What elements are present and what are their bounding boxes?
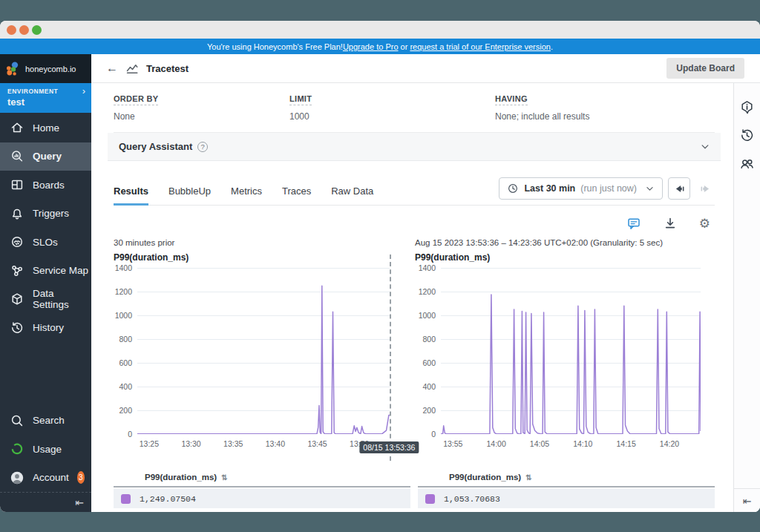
charts-section: 30 minutes prior P99(duration_ms) 140012… <box>114 238 715 449</box>
line-chart-icon <box>125 61 140 76</box>
sidebar-item-usage[interactable]: Usage <box>0 435 91 464</box>
honeycomb-logo[interactable]: honeycomb.io <box>0 54 91 83</box>
tab-bubbleup[interactable]: BubbleUp <box>168 185 211 206</box>
y-tick-label: 1400 <box>115 263 132 272</box>
previous-query-button[interactable] <box>668 177 690 200</box>
info-icon[interactable] <box>739 99 755 115</box>
sidebar-item-label: SLOs <box>33 237 58 248</box>
triggers-icon <box>10 206 24 221</box>
sidebar-item-label: Triggers <box>33 208 69 219</box>
collapse-panel-icon[interactable]: ⇤ <box>743 495 752 507</box>
gear-icon[interactable]: ⚙ <box>699 217 710 230</box>
app-window: You're using Honeycomb's Free Plan! Upgr… <box>0 21 760 512</box>
sidebar-item-slos[interactable]: SLOs <box>0 228 91 257</box>
chart-plot-area[interactable] <box>137 268 390 434</box>
table-column-header[interactable]: P99(duration_ms)⇅ <box>418 473 715 487</box>
sidebar-item-home[interactable]: Home <box>0 114 91 142</box>
time-range-dropdown[interactable]: Last 30 min (run just now) <box>499 177 663 200</box>
query-clause-order-by: ORDER BYNone <box>114 91 289 122</box>
sidebar-item-label: Usage <box>33 444 62 455</box>
y-tick-label: 800 <box>422 335 436 344</box>
x-axis-labels: 13:5514:0014:0514:1014:1514:20 <box>441 434 701 449</box>
sidebar-item-label: History <box>33 322 64 333</box>
x-tick-label: 13:45 <box>307 439 327 448</box>
chart-previous-period: 30 minutes prior P99(duration_ms) 140012… <box>114 238 390 449</box>
chart-subtitle: Aug 15 2023 13:53:36 – 14:23:36 UTC+02:0… <box>415 238 701 252</box>
y-tick-label: 0 <box>431 430 436 439</box>
result-summary-table: P99(duration_ms)⇅1,053.70683 <box>418 473 715 508</box>
download-icon[interactable] <box>663 216 678 231</box>
right-rail-footer: ⇤ <box>734 488 760 512</box>
time-range-label: Last 30 min <box>524 183 575 194</box>
team-icon[interactable] <box>739 156 755 171</box>
history-icon <box>10 321 24 335</box>
clause-label[interactable]: HAVING <box>495 94 528 105</box>
result-summary-table: P99(duration_ms)⇅1,249.07504 <box>114 473 410 508</box>
next-query-button <box>695 177 715 200</box>
table-row[interactable]: 1,053.70683 <box>418 489 715 508</box>
table-column-header[interactable]: P99(duration_ms)⇅ <box>114 473 410 487</box>
table-row[interactable]: 1,249.07504 <box>114 489 410 508</box>
clause-value: None; include all results <box>495 111 715 122</box>
update-board-button[interactable]: Update Board <box>666 58 744 79</box>
sidebar-item-label: Boards <box>33 180 65 191</box>
board-header: ← Tracetest Update Board <box>91 54 760 83</box>
tab-raw-data[interactable]: Raw Data <box>331 185 373 206</box>
window-zoom-button[interactable] <box>32 25 42 35</box>
summary-tables: P99(duration_ms)⇅1,249.07504P99(duration… <box>114 473 715 508</box>
series-color-swatch <box>425 494 435 504</box>
p99-value: 1,053.70683 <box>444 494 500 504</box>
clause-label[interactable]: ORDER BY <box>114 94 158 105</box>
enterprise-trial-link[interactable]: request a trial of our Enterprise versio… <box>410 42 551 51</box>
chart-plot-area[interactable] <box>441 268 701 434</box>
sidebar-item-search[interactable]: Search <box>0 407 91 436</box>
slos-icon <box>10 234 24 249</box>
y-tick-label: 600 <box>119 358 132 367</box>
sidebar-item-service-map[interactable]: Service Map <box>0 257 91 286</box>
chevron-down-icon[interactable] <box>700 142 710 152</box>
sidebar-item-label: Data Settings <box>33 288 91 310</box>
time-divider-line <box>390 254 391 461</box>
back-arrow-icon[interactable]: ← <box>106 62 118 75</box>
sidebar-item-history[interactable]: History <box>0 314 91 343</box>
banner-text-prefix: You're using Honeycomb's Free Plan! <box>207 42 343 51</box>
tab-traces[interactable]: Traces <box>282 185 311 206</box>
query-summary: ORDER BYNoneLIMIT1000HAVINGNone; include… <box>114 83 715 133</box>
sidebar-item-account[interactable]: Account3 <box>0 464 91 493</box>
query-assistant-bar[interactable]: Query Assistant ? <box>108 133 721 161</box>
x-tick-label: 14:20 <box>660 439 679 448</box>
y-tick-label: 400 <box>422 382 436 391</box>
results-tabs-row: ResultsBubbleUpMetricsTracesRaw Data Las… <box>114 177 715 206</box>
chart-toolbar: ⚙ <box>114 214 715 232</box>
sidebar-item-data-settings[interactable]: Data Settings <box>0 285 91 314</box>
environment-switcher[interactable]: ENVIRONMENT › test <box>0 83 91 113</box>
clause-value: 1000 <box>289 111 495 122</box>
window-minimize-button[interactable] <box>19 25 29 35</box>
window-close-button[interactable] <box>7 25 16 35</box>
collapse-sidebar-icon[interactable]: ⇤ <box>75 496 84 508</box>
sort-icon[interactable]: ⇅ <box>525 473 531 482</box>
chevron-down-icon <box>645 184 655 194</box>
query-clause-limit: LIMIT1000 <box>289 91 495 122</box>
tab-results[interactable]: Results <box>114 185 148 206</box>
account-icon <box>10 470 24 485</box>
upgrade-to-pro-link[interactable]: Upgrade to Pro <box>343 42 399 51</box>
sort-icon[interactable]: ⇅ <box>221 473 227 482</box>
logo-text: honeycomb.io <box>25 65 76 73</box>
sidebar-item-query[interactable]: Query <box>0 142 91 171</box>
time-divider-tooltip: 08/15 13:53:36 <box>359 441 419 453</box>
right-icon-rail: ⇤ <box>733 83 760 512</box>
sidebar-item-triggers[interactable]: Triggers <box>0 200 91 229</box>
clock-icon <box>507 183 519 194</box>
query-history-icon[interactable] <box>739 128 755 143</box>
tab-metrics[interactable]: Metrics <box>231 185 262 206</box>
clause-label[interactable]: LIMIT <box>289 94 312 105</box>
environment-name: test <box>7 96 85 108</box>
comment-icon[interactable] <box>626 216 641 231</box>
left-sidebar: honeycomb.io ENVIRONMENT › test HomeQuer… <box>0 54 91 512</box>
series-color-swatch <box>121 494 131 504</box>
notification-badge: 3 <box>77 471 85 484</box>
help-icon[interactable]: ? <box>197 142 208 152</box>
query-assistant-label: Query Assistant <box>119 141 192 152</box>
sidebar-item-boards[interactable]: Boards <box>0 171 91 200</box>
